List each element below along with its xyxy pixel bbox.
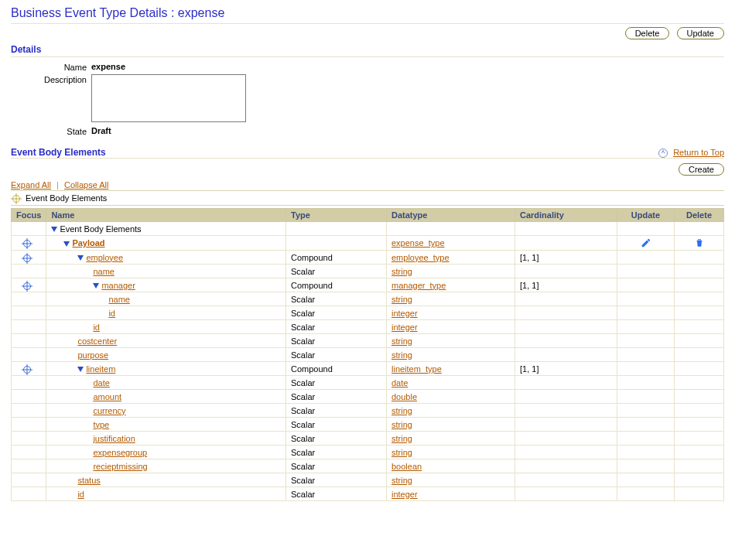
- element-name[interactable]: type: [93, 420, 109, 429]
- element-cardinality: [515, 418, 617, 432]
- element-cardinality: [515, 306, 617, 320]
- element-cardinality: [515, 446, 617, 459]
- element-datatype[interactable]: date: [391, 378, 408, 388]
- table-header-row: Focus Name Type Datatype Cardinality Upd…: [12, 209, 724, 222]
- element-cardinality: [515, 265, 617, 278]
- name-value: expense: [91, 62, 262, 71]
- element-cardinality: [1, 1]: [515, 362, 617, 376]
- element-cardinality: [515, 487, 617, 501]
- tree-root-bar: Event Body Elements: [11, 190, 724, 206]
- element-datatype[interactable]: double: [391, 392, 417, 401]
- element-datatype[interactable]: integer: [391, 490, 418, 499]
- element-datatype[interactable]: integer: [391, 323, 418, 332]
- element-datatype[interactable]: string: [391, 295, 412, 304]
- state-label: State: [17, 126, 87, 136]
- element-cardinality: [515, 459, 617, 473]
- element-name[interactable]: amount: [93, 392, 121, 401]
- element-type: Scalar: [286, 432, 387, 446]
- col-datatype[interactable]: Datatype: [387, 209, 515, 222]
- element-datatype[interactable]: manager_type: [391, 281, 446, 290]
- element-datatype[interactable]: string: [391, 350, 412, 360]
- element-name[interactable]: name: [93, 267, 115, 276]
- col-update[interactable]: Update: [617, 209, 675, 222]
- expand-toggle-icon[interactable]: [51, 227, 57, 232]
- element-name[interactable]: id: [77, 490, 84, 499]
- element-name[interactable]: employee: [86, 253, 123, 262]
- element-datatype[interactable]: string: [391, 406, 412, 415]
- element-datatype[interactable]: string: [391, 336, 412, 346]
- col-delete[interactable]: Delete: [675, 209, 724, 222]
- element-type: Scalar: [286, 390, 387, 404]
- element-datatype[interactable]: string: [391, 476, 412, 485]
- element-datatype[interactable]: string: [391, 420, 412, 429]
- element-datatype[interactable]: string: [391, 267, 412, 276]
- col-type[interactable]: Type: [286, 209, 387, 222]
- expand-all-link[interactable]: Expand All: [11, 180, 51, 190]
- element-name[interactable]: lineitem: [86, 364, 115, 374]
- expand-toggle-icon[interactable]: [77, 255, 84, 261]
- table-row: employeeCompoundemployee_type[1, 1]: [12, 251, 724, 265]
- element-name[interactable]: date: [93, 378, 109, 388]
- page-title: Business Event Type Details : expense: [11, 6, 724, 22]
- element-name[interactable]: recieptmissing: [93, 462, 147, 471]
- element-type: Scalar: [286, 376, 387, 390]
- table-row: idScalarinteger: [12, 306, 724, 320]
- update-button[interactable]: Update: [677, 27, 724, 39]
- delete-icon[interactable]: [694, 237, 705, 247]
- element-cardinality: [515, 236, 617, 251]
- focus-icon[interactable]: [23, 366, 31, 374]
- element-type: Scalar: [286, 265, 387, 278]
- element-name[interactable]: name: [108, 295, 130, 304]
- element-datatype[interactable]: expense_type: [391, 238, 445, 248]
- element-type: Compound: [286, 251, 387, 265]
- element-cardinality: [1, 1]: [515, 251, 617, 265]
- edit-icon[interactable]: [641, 237, 651, 247]
- element-type: Scalar: [286, 306, 387, 320]
- description-textarea[interactable]: [91, 74, 246, 122]
- divider: [11, 23, 724, 24]
- divider: [11, 158, 724, 159]
- table-row: currencyScalarstring: [12, 404, 724, 418]
- element-datatype[interactable]: lineitem_type: [391, 364, 442, 374]
- element-datatype[interactable]: string: [391, 448, 412, 457]
- col-name[interactable]: Name: [46, 209, 286, 222]
- element-type: Scalar: [286, 404, 387, 418]
- element-name[interactable]: currency: [93, 406, 125, 415]
- col-cardinality[interactable]: Cardinality: [515, 209, 617, 222]
- elements-table: Focus Name Type Datatype Cardinality Upd…: [11, 208, 724, 501]
- focus-icon[interactable]: [23, 282, 31, 290]
- element-name[interactable]: id: [93, 323, 100, 332]
- focus-icon[interactable]: [23, 254, 31, 262]
- element-name[interactable]: purpose: [77, 350, 108, 360]
- expand-toggle-icon[interactable]: [77, 367, 84, 372]
- details-grid: Name expense Description State Draft: [17, 62, 724, 136]
- element-datatype[interactable]: integer: [391, 309, 418, 318]
- element-name[interactable]: expensegroup: [93, 448, 147, 457]
- table-row: typeScalarstring: [12, 418, 724, 432]
- element-name: Event Body Elements: [60, 224, 141, 234]
- element-datatype[interactable]: string: [391, 434, 412, 443]
- expand-collapse-bar: Expand All | Collapse All: [11, 180, 724, 190]
- collapse-all-link[interactable]: Collapse All: [64, 180, 108, 190]
- element-name[interactable]: id: [108, 309, 115, 318]
- focus-icon[interactable]: [23, 240, 31, 248]
- table-row: amountScalardouble: [12, 390, 724, 404]
- expand-toggle-icon[interactable]: [63, 241, 70, 247]
- return-to-top-link[interactable]: Return to Top: [673, 148, 724, 157]
- element-datatype[interactable]: employee_type: [391, 253, 450, 262]
- create-action-bar: Create: [11, 163, 724, 176]
- create-button[interactable]: Create: [679, 163, 724, 176]
- expand-toggle-icon[interactable]: [93, 283, 99, 289]
- delete-button[interactable]: Delete: [625, 27, 670, 39]
- element-name[interactable]: costcenter: [77, 336, 117, 346]
- col-focus[interactable]: Focus: [12, 209, 46, 222]
- element-name[interactable]: status: [77, 476, 100, 485]
- element-type: Scalar: [286, 487, 387, 501]
- element-name[interactable]: manager: [101, 281, 135, 290]
- table-row: recieptmissingScalarboolean: [12, 459, 724, 473]
- element-datatype[interactable]: boolean: [391, 462, 422, 471]
- table-row: expensegroupScalarstring: [12, 446, 724, 459]
- table-row: idScalarinteger: [12, 487, 724, 501]
- element-name[interactable]: justification: [93, 434, 135, 443]
- element-name[interactable]: Payload: [72, 238, 104, 248]
